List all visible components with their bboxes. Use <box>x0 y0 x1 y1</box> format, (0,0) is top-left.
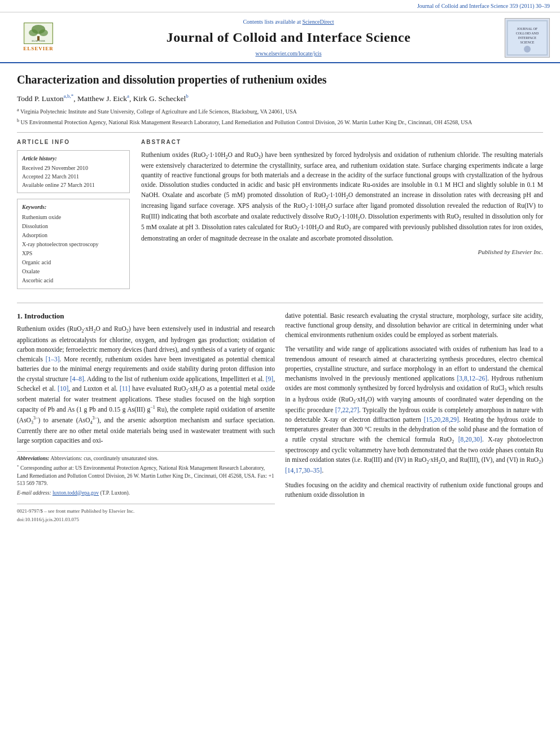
keywords-subtitle: Keywords: <box>22 203 125 212</box>
article-body: Characterization and dissolution propert… <box>0 63 560 535</box>
keyword-7: Oxalate <box>22 267 125 276</box>
right-para-2: The versatility and wide range of applic… <box>285 344 543 475</box>
authors-line: Todd P. Luxtona,b,*, Matthew J. Eicka, K… <box>17 93 543 104</box>
issn-text: 0021-9797/$ – see front matter Published… <box>17 508 134 515</box>
email-label: E-mail address: <box>17 490 51 496</box>
ref-15-20-28-29[interactable]: [15,20,28,29] <box>424 416 459 423</box>
history-subtitle: Article history: <box>22 154 125 163</box>
doi-text: doi:10.1016/j.jcis.2011.03.075 <box>17 516 275 523</box>
ref-14-17-30-35[interactable]: [14,17,30–35] <box>285 467 322 474</box>
elsevier-tree-icon: ELSEVIER <box>24 23 53 44</box>
journal-top-bar: Journal of Colloid and Interface Science… <box>0 0 560 12</box>
ref-1-3[interactable]: [1–3] <box>46 356 60 362</box>
contents-text: Contents lists available at <box>243 19 300 25</box>
author-eick: Matthew J. Eick <box>77 94 127 103</box>
ref-3-8-12-26[interactable]: [3,8,12–26] <box>457 375 488 382</box>
journal-header-center: Contents lists available at ScienceDirec… <box>72 18 505 58</box>
received-date: Received 29 November 2010 <box>22 164 125 172</box>
article-info-title: ARTICLE INFO <box>17 138 130 147</box>
keyword-6: Organic acid <box>22 258 125 267</box>
abbrev-text: Abbreviations: cus, coordinately unsatur… <box>50 456 159 461</box>
abstract-text: Ruthenium oxides (RuO2·1·10H2O and RuO2)… <box>141 150 543 243</box>
author-scheckel: Kirk G. Scheckel <box>133 94 186 103</box>
svg-text:COLLOID AND: COLLOID AND <box>516 32 539 35</box>
keyword-3: Adsorption <box>22 231 125 240</box>
abstract-title: ABSTRACT <box>141 138 543 147</box>
ref-9[interactable]: [9] <box>266 375 273 382</box>
keyword-2: Dissolution <box>22 222 125 231</box>
svg-point-3 <box>39 29 48 36</box>
ref-7-22-27[interactable]: [7,22,27] <box>335 407 359 413</box>
article-history-box: Article history: Received 29 November 20… <box>17 150 130 193</box>
journal-citation: Journal of Colloid and Interface Science… <box>417 3 550 9</box>
divider-2 <box>17 303 543 303</box>
section-number: 1. <box>17 312 24 320</box>
article-title: Characterization and dissolution propert… <box>17 72 543 87</box>
affiliation-b: b US Environmental Protection Agency, Na… <box>17 117 543 126</box>
affiliation-a-text: Virginia Polytechnic Institute and State… <box>20 109 297 115</box>
footnote-abbrev: Abbreviations: Abbreviations: cus, coord… <box>17 455 275 462</box>
svg-point-2 <box>29 29 38 36</box>
right-para-3: Studies focusing on the acidity and chem… <box>285 480 543 500</box>
footnote-email: E-mail address: luxton.todd@epa.gov (T.P… <box>17 490 275 497</box>
published-by: Published by Elsevier Inc. <box>141 248 543 257</box>
elsevier-logo: ELSEVIER ELSEVIER <box>10 21 67 55</box>
ref-4-8[interactable]: [4–8] <box>70 375 84 382</box>
journal-url[interactable]: www.elsevier.com/locate/jcis <box>72 50 505 58</box>
article-info-abstract-section: ARTICLE INFO Article history: Received 2… <box>17 138 543 295</box>
svg-text:ELSEVIER: ELSEVIER <box>32 40 45 42</box>
svg-text:INTERFACE: INTERFACE <box>518 36 537 40</box>
elsevier-logo-area: ELSEVIER ELSEVIER <box>10 21 72 55</box>
available-date: Available online 27 March 2011 <box>22 181 125 189</box>
keyword-5: XPS <box>22 249 125 258</box>
keywords-box: Keywords: Ruthenium oxide Dissolution Ad… <box>17 199 130 289</box>
journal-header: ELSEVIER ELSEVIER Contents lists availab… <box>0 12 560 64</box>
article-info-column: ARTICLE INFO Article history: Received 2… <box>17 138 130 295</box>
keyword-8: Ascorbic acid <box>22 276 125 285</box>
right-para-1: dative potential. Basic research evaluat… <box>285 311 543 340</box>
email-address[interactable]: luxton.todd@epa.gov <box>53 490 99 496</box>
footnote-corresponding: * Corresponding author at: US Environmen… <box>17 464 275 487</box>
svg-text:SCIENCE: SCIENCE <box>520 41 534 44</box>
affiliation-a: a Virginia Polytechnic Institute and Sta… <box>17 107 543 116</box>
journal-title: Journal of Colloid and Interface Science <box>72 28 505 47</box>
sciencedirect-name[interactable]: ScienceDirect <box>302 19 334 25</box>
asterisk-super: * <box>17 464 19 469</box>
journal-cover-image: JOURNAL OF COLLOID AND INTERFACE SCIENCE <box>505 18 550 58</box>
affiliation-b-text: US Environmental Protection Agency, Nati… <box>21 119 473 125</box>
ref-11[interactable]: [11] <box>120 385 130 392</box>
main-left-column: 1. Introduction Ruthenium oxides (RuO2·x… <box>17 311 275 523</box>
divider-1 <box>17 132 543 133</box>
svg-text:JOURNAL OF: JOURNAL OF <box>517 27 538 30</box>
sciencedirect-link[interactable]: Contents lists available at ScienceDirec… <box>72 18 505 27</box>
intro-section-title: 1. Introduction <box>17 311 275 322</box>
accepted-date: Accepted 22 March 2011 <box>22 172 125 181</box>
email-author: (T.P. Luxton). <box>100 490 130 496</box>
author-luxton: Todd P. Luxton <box>17 94 64 103</box>
keyword-1: Ruthenium oxide <box>22 213 125 222</box>
page: Journal of Colloid and Interface Science… <box>0 0 560 747</box>
svg-point-12 <box>524 46 531 53</box>
main-right-column: dative potential. Basic research evaluat… <box>285 311 543 523</box>
affiliations: a Virginia Polytechnic Institute and Sta… <box>17 107 543 126</box>
keyword-4: X-ray photoelectron spectroscopy <box>22 240 125 249</box>
bottom-bar: 0021-9797/$ – see front matter Published… <box>17 504 275 515</box>
intro-paragraph-1: Ruthenium oxides (RuO2·xH2O and RuO2) ha… <box>17 324 275 445</box>
ref-10[interactable]: [10] <box>58 385 68 392</box>
ref-8-20-30[interactable]: [8,20,30] <box>458 436 482 443</box>
abstract-column: ABSTRACT Ruthenium oxides (RuO2·1·10H2O … <box>141 138 543 295</box>
abbrev-label: Abbreviations: <box>17 456 50 461</box>
corresponding-text: Corresponding author at: US Environmenta… <box>17 466 274 487</box>
article-main-content: 1. Introduction Ruthenium oxides (RuO2·x… <box>17 311 543 523</box>
footnote-section: Abbreviations: Abbreviations: cus, coord… <box>17 451 275 497</box>
elsevier-text: ELSEVIER <box>23 45 54 53</box>
intro-title-text: Introduction <box>24 312 64 320</box>
